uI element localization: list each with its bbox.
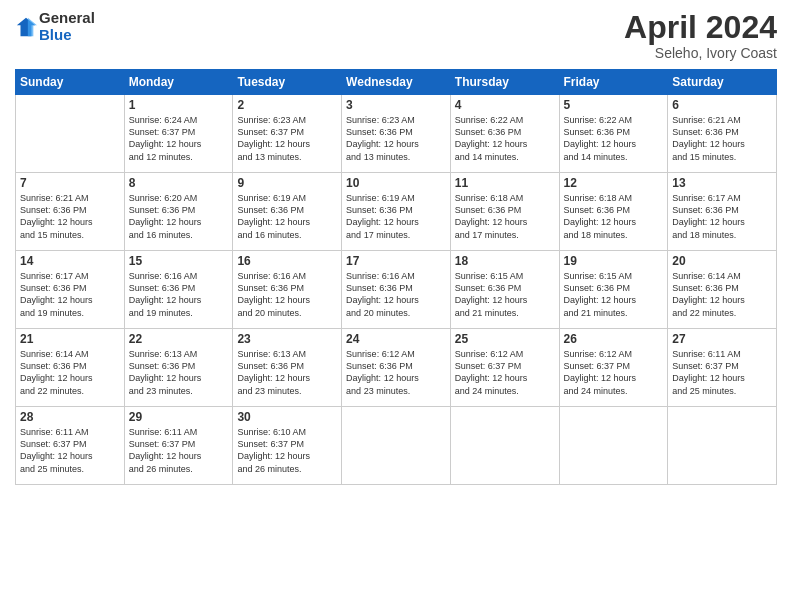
calendar-cell-w5-d2: 29Sunrise: 6:11 AM Sunset: 6:37 PM Dayli… (124, 407, 233, 485)
day-info-16: Sunrise: 6:16 AM Sunset: 6:36 PM Dayligh… (237, 270, 337, 319)
subtitle: Seleho, Ivory Coast (624, 45, 777, 61)
calendar-cell-w4-d7: 27Sunrise: 6:11 AM Sunset: 6:37 PM Dayli… (668, 329, 777, 407)
calendar-cell-w5-d5 (450, 407, 559, 485)
calendar-cell-w3-d2: 15Sunrise: 6:16 AM Sunset: 6:36 PM Dayli… (124, 251, 233, 329)
calendar-cell-w2-d5: 11Sunrise: 6:18 AM Sunset: 6:36 PM Dayli… (450, 173, 559, 251)
day-info-11: Sunrise: 6:18 AM Sunset: 6:36 PM Dayligh… (455, 192, 555, 241)
logo: General Blue (15, 10, 95, 43)
calendar-cell-w1-d1 (16, 95, 125, 173)
week-row-5: 28Sunrise: 6:11 AM Sunset: 6:37 PM Dayli… (16, 407, 777, 485)
calendar-cell-w3-d1: 14Sunrise: 6:17 AM Sunset: 6:36 PM Dayli… (16, 251, 125, 329)
day-number-22: 22 (129, 332, 229, 346)
header-thursday: Thursday (450, 70, 559, 95)
day-info-19: Sunrise: 6:15 AM Sunset: 6:36 PM Dayligh… (564, 270, 664, 319)
day-number-21: 21 (20, 332, 120, 346)
calendar-cell-w2-d4: 10Sunrise: 6:19 AM Sunset: 6:36 PM Dayli… (342, 173, 451, 251)
day-number-24: 24 (346, 332, 446, 346)
week-row-3: 14Sunrise: 6:17 AM Sunset: 6:36 PM Dayli… (16, 251, 777, 329)
calendar-cell-w5-d3: 30Sunrise: 6:10 AM Sunset: 6:37 PM Dayli… (233, 407, 342, 485)
day-info-12: Sunrise: 6:18 AM Sunset: 6:36 PM Dayligh… (564, 192, 664, 241)
calendar-cell-w2-d7: 13Sunrise: 6:17 AM Sunset: 6:36 PM Dayli… (668, 173, 777, 251)
calendar-cell-w3-d3: 16Sunrise: 6:16 AM Sunset: 6:36 PM Dayli… (233, 251, 342, 329)
day-number-17: 17 (346, 254, 446, 268)
day-info-26: Sunrise: 6:12 AM Sunset: 6:37 PM Dayligh… (564, 348, 664, 397)
day-number-13: 13 (672, 176, 772, 190)
day-info-15: Sunrise: 6:16 AM Sunset: 6:36 PM Dayligh… (129, 270, 229, 319)
day-info-5: Sunrise: 6:22 AM Sunset: 6:36 PM Dayligh… (564, 114, 664, 163)
calendar-cell-w4-d4: 24Sunrise: 6:12 AM Sunset: 6:36 PM Dayli… (342, 329, 451, 407)
day-info-24: Sunrise: 6:12 AM Sunset: 6:36 PM Dayligh… (346, 348, 446, 397)
calendar-cell-w3-d6: 19Sunrise: 6:15 AM Sunset: 6:36 PM Dayli… (559, 251, 668, 329)
day-info-20: Sunrise: 6:14 AM Sunset: 6:36 PM Dayligh… (672, 270, 772, 319)
calendar-cell-w1-d3: 2Sunrise: 6:23 AM Sunset: 6:37 PM Daylig… (233, 95, 342, 173)
day-number-28: 28 (20, 410, 120, 424)
logo-text: General Blue (39, 10, 95, 43)
header-tuesday: Tuesday (233, 70, 342, 95)
day-info-17: Sunrise: 6:16 AM Sunset: 6:36 PM Dayligh… (346, 270, 446, 319)
calendar-cell-w3-d7: 20Sunrise: 6:14 AM Sunset: 6:36 PM Dayli… (668, 251, 777, 329)
calendar-cell-w4-d3: 23Sunrise: 6:13 AM Sunset: 6:36 PM Dayli… (233, 329, 342, 407)
calendar-cell-w2-d6: 12Sunrise: 6:18 AM Sunset: 6:36 PM Dayli… (559, 173, 668, 251)
logo-general-text: General (39, 10, 95, 27)
day-number-16: 16 (237, 254, 337, 268)
day-info-14: Sunrise: 6:17 AM Sunset: 6:36 PM Dayligh… (20, 270, 120, 319)
calendar-cell-w4-d2: 22Sunrise: 6:13 AM Sunset: 6:36 PM Dayli… (124, 329, 233, 407)
day-info-2: Sunrise: 6:23 AM Sunset: 6:37 PM Dayligh… (237, 114, 337, 163)
day-info-7: Sunrise: 6:21 AM Sunset: 6:36 PM Dayligh… (20, 192, 120, 241)
header-saturday: Saturday (668, 70, 777, 95)
day-number-11: 11 (455, 176, 555, 190)
day-info-23: Sunrise: 6:13 AM Sunset: 6:36 PM Dayligh… (237, 348, 337, 397)
day-number-5: 5 (564, 98, 664, 112)
day-number-15: 15 (129, 254, 229, 268)
day-number-25: 25 (455, 332, 555, 346)
day-info-27: Sunrise: 6:11 AM Sunset: 6:37 PM Dayligh… (672, 348, 772, 397)
day-info-13: Sunrise: 6:17 AM Sunset: 6:36 PM Dayligh… (672, 192, 772, 241)
calendar-cell-w4-d6: 26Sunrise: 6:12 AM Sunset: 6:37 PM Dayli… (559, 329, 668, 407)
header-sunday: Sunday (16, 70, 125, 95)
day-number-26: 26 (564, 332, 664, 346)
calendar-cell-w4-d5: 25Sunrise: 6:12 AM Sunset: 6:37 PM Dayli… (450, 329, 559, 407)
logo-icon (15, 16, 37, 38)
calendar-cell-w5-d7 (668, 407, 777, 485)
day-number-30: 30 (237, 410, 337, 424)
day-number-4: 4 (455, 98, 555, 112)
header-monday: Monday (124, 70, 233, 95)
day-info-18: Sunrise: 6:15 AM Sunset: 6:36 PM Dayligh… (455, 270, 555, 319)
calendar-cell-w5-d1: 28Sunrise: 6:11 AM Sunset: 6:37 PM Dayli… (16, 407, 125, 485)
day-number-1: 1 (129, 98, 229, 112)
day-number-27: 27 (672, 332, 772, 346)
calendar-header-row: Sunday Monday Tuesday Wednesday Thursday… (16, 70, 777, 95)
day-info-4: Sunrise: 6:22 AM Sunset: 6:36 PM Dayligh… (455, 114, 555, 163)
day-number-3: 3 (346, 98, 446, 112)
day-info-6: Sunrise: 6:21 AM Sunset: 6:36 PM Dayligh… (672, 114, 772, 163)
calendar-cell-w1-d6: 5Sunrise: 6:22 AM Sunset: 6:36 PM Daylig… (559, 95, 668, 173)
day-number-7: 7 (20, 176, 120, 190)
title-block: April 2024 Seleho, Ivory Coast (624, 10, 777, 61)
day-number-19: 19 (564, 254, 664, 268)
calendar-cell-w1-d7: 6Sunrise: 6:21 AM Sunset: 6:36 PM Daylig… (668, 95, 777, 173)
main-title: April 2024 (624, 10, 777, 45)
header-friday: Friday (559, 70, 668, 95)
day-number-10: 10 (346, 176, 446, 190)
calendar-cell-w5-d4 (342, 407, 451, 485)
day-number-29: 29 (129, 410, 229, 424)
day-info-22: Sunrise: 6:13 AM Sunset: 6:36 PM Dayligh… (129, 348, 229, 397)
page: General Blue April 2024 Seleho, Ivory Co… (0, 0, 792, 612)
day-number-23: 23 (237, 332, 337, 346)
calendar-cell-w2-d2: 8Sunrise: 6:20 AM Sunset: 6:36 PM Daylig… (124, 173, 233, 251)
day-number-6: 6 (672, 98, 772, 112)
week-row-1: 1Sunrise: 6:24 AM Sunset: 6:37 PM Daylig… (16, 95, 777, 173)
week-row-2: 7Sunrise: 6:21 AM Sunset: 6:36 PM Daylig… (16, 173, 777, 251)
day-info-29: Sunrise: 6:11 AM Sunset: 6:37 PM Dayligh… (129, 426, 229, 475)
day-number-2: 2 (237, 98, 337, 112)
day-info-9: Sunrise: 6:19 AM Sunset: 6:36 PM Dayligh… (237, 192, 337, 241)
header: General Blue April 2024 Seleho, Ivory Co… (15, 10, 777, 61)
logo-blue-text: Blue (39, 27, 95, 44)
day-info-28: Sunrise: 6:11 AM Sunset: 6:37 PM Dayligh… (20, 426, 120, 475)
day-number-20: 20 (672, 254, 772, 268)
day-number-12: 12 (564, 176, 664, 190)
calendar-table: Sunday Monday Tuesday Wednesday Thursday… (15, 69, 777, 485)
day-number-18: 18 (455, 254, 555, 268)
day-number-8: 8 (129, 176, 229, 190)
day-info-30: Sunrise: 6:10 AM Sunset: 6:37 PM Dayligh… (237, 426, 337, 475)
